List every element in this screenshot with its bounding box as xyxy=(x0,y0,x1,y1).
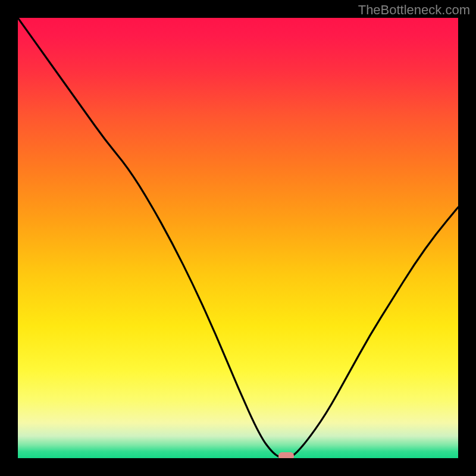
chart-frame xyxy=(18,18,458,458)
optimal-marker xyxy=(278,452,294,458)
attribution-text: TheBottleneck.com xyxy=(358,2,470,18)
bottleneck-curve xyxy=(18,18,458,458)
